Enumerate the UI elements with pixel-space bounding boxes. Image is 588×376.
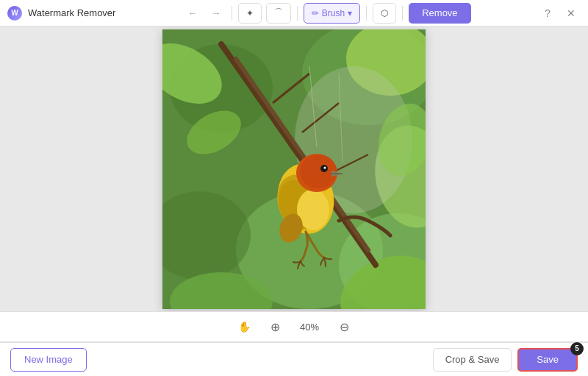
smart-tool-button[interactable]: ✦ (238, 3, 262, 24)
save-badge: 5 (570, 342, 584, 355)
footer: New Image Crop & Save Save 5 (0, 342, 588, 376)
eraser-tool-button[interactable]: ⬡ (373, 3, 396, 24)
image-container (162, 29, 426, 309)
titlebar-right: ? ✕ (538, 4, 581, 23)
app-icon: W (7, 6, 22, 21)
close-button[interactable]: ✕ (562, 4, 581, 23)
forward-icon: → (211, 7, 220, 18)
new-image-button[interactable]: New Image (10, 348, 87, 372)
footer-right: Crop & Save Save 5 (433, 348, 578, 372)
zoom-in-icon: ⊕ (270, 320, 280, 334)
tool-separator-3 (366, 6, 367, 21)
save-button[interactable]: Save (517, 348, 578, 372)
lasso-tool-button[interactable]: ⌒ (266, 3, 291, 24)
smart-icon: ✦ (246, 8, 254, 18)
bottom-toolbar: ✋ ⊕ 40% ⊖ (0, 311, 588, 342)
brush-tool-button[interactable]: ✏ Brush ▾ (304, 3, 360, 24)
canvas-area (0, 26, 588, 311)
back-icon: ← (187, 7, 197, 18)
help-button[interactable]: ? (538, 4, 557, 23)
titlebar-left: W Watermark Remover (7, 6, 115, 21)
zoom-in-button[interactable]: ⊕ (265, 317, 284, 336)
zoom-level: 40% (296, 322, 323, 333)
tool-separator-4 (402, 6, 403, 21)
main-image (162, 29, 426, 309)
titlebar: W Watermark Remover ← → ✦ ⌒ ✏ Brush ▾ ⬡ … (0, 0, 588, 26)
close-icon: ✕ (567, 7, 576, 19)
eraser-icon: ⬡ (381, 8, 388, 18)
tool-separator-2 (297, 6, 298, 21)
lasso-icon: ⌒ (274, 7, 283, 19)
forward-button[interactable]: → (207, 4, 226, 23)
brush-label: Brush (322, 8, 345, 18)
hand-icon: ✋ (238, 321, 251, 333)
hand-tool-button[interactable]: ✋ (234, 317, 254, 336)
zoom-out-button[interactable]: ⊖ (334, 317, 354, 336)
brush-icon: ✏ (312, 8, 319, 18)
question-icon: ? (545, 7, 551, 19)
remove-button[interactable]: Remove (409, 3, 470, 24)
titlebar-center: ← → ✦ ⌒ ✏ Brush ▾ ⬡ Remove (183, 3, 471, 24)
svg-point-24 (300, 155, 337, 188)
crop-save-button[interactable]: Crop & Save (433, 348, 512, 372)
zoom-out-icon: ⊖ (340, 320, 349, 334)
app-title: Watermark Remover (28, 7, 115, 18)
chevron-down-icon: ▾ (348, 8, 352, 18)
svg-point-26 (324, 166, 326, 169)
save-button-wrapper: Save 5 (517, 348, 578, 372)
back-button[interactable]: ← (183, 4, 202, 23)
tool-separator-1 (232, 6, 232, 21)
